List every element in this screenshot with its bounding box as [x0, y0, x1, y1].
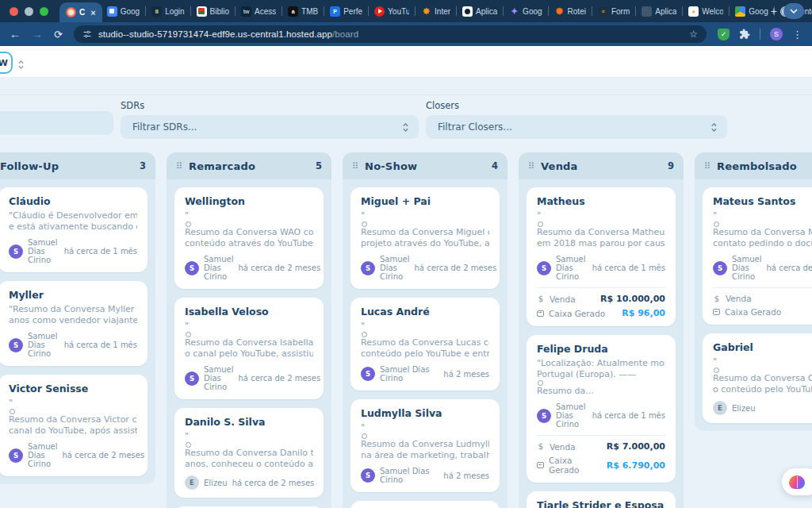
browser-tab[interactable]: ✸Inter [416, 0, 455, 22]
kanban-card[interactable]: Cláudio"Cláudio é Desenvolvedor em uma e… [0, 187, 147, 272]
kanban-card[interactable]: Matheus" Resumo da Conversa Matheus come… [527, 187, 676, 326]
tab-separator [503, 6, 504, 16]
browser-tab[interactable]: aTMB [283, 0, 323, 22]
browser-tab[interactable]: Goog [730, 0, 772, 22]
url-field[interactable]: studio--studio-5719731474-edf9e.us-centr… [74, 25, 707, 43]
window-controls[interactable] [10, 7, 48, 16]
search-input[interactable] [0, 111, 113, 135]
kanban-card[interactable]: Myller"Resumo da Conversa Myller trabalh… [0, 281, 147, 366]
back-button[interactable]: ← [10, 29, 21, 40]
forward-button[interactable]: → [32, 29, 43, 40]
close-window-button[interactable] [10, 7, 18, 16]
avatar: S [9, 448, 23, 463]
owner-name: Samuel Dias Cirino [28, 332, 59, 358]
tab-favicon [197, 6, 207, 17]
column-header[interactable]: ⠿Remarcado5 [167, 152, 331, 179]
kanban-card[interactable]: Lucas André" Resumo da Conversa Lucas co… [350, 298, 500, 391]
card-list: Cláudio"Cláudio é Desenvolvedor em uma e… [0, 179, 155, 484]
site-settings-icon[interactable] [82, 29, 92, 39]
magnifier-icon [10, 409, 15, 414]
minimize-window-button[interactable] [25, 7, 33, 16]
browser-tab[interactable]: YouTu [370, 0, 414, 22]
owner-name: Samuel Dias Cirino [204, 365, 234, 391]
kanban-card[interactable]: Felipe Druda"Localização: Atualmente mor… [527, 335, 676, 483]
browser-tab[interactable]: twAcess [236, 0, 281, 22]
column-header[interactable]: ⠿No-Show4 [343, 152, 508, 179]
tab-favicon [107, 6, 117, 17]
tab-separator [592, 6, 592, 16]
divider [760, 29, 760, 40]
browser-tab[interactable]: ≡Form [593, 0, 634, 22]
browser-tab[interactable]: Aplica [458, 0, 502, 22]
card-summary: " Resumo da Conversa Ludmylla já atuana … [361, 422, 489, 461]
column-header[interactable]: ⠿Venda9 [519, 152, 684, 179]
tab-title: Form [611, 7, 630, 16]
kanban-card[interactable]: Mateus Santos" Resumo da Conversa Mateus… [703, 187, 812, 325]
kanban-card[interactable]: Victor Senisse" Resumo da Conversa Victo… [0, 375, 147, 476]
select-chevron-icon [402, 122, 409, 133]
browser-tab[interactable]: ▲Welco [684, 0, 728, 22]
zoom-window-button[interactable] [40, 7, 48, 16]
kanban-card[interactable]: Ludmylla Silva" Resumo da Conversa Ludmy… [350, 399, 500, 492]
card-list: Miguel + Pai" Resumo da Conversa Miguel … [343, 179, 508, 508]
browser-tab[interactable]: Aplica [637, 0, 681, 22]
tab-search-button[interactable] [783, 3, 804, 19]
extensions-puzzle-icon[interactable] [739, 29, 750, 40]
view-select[interactable]: SW [0, 52, 13, 74]
drag-handle-icon[interactable]: ⠿ [704, 162, 710, 171]
tab-separator [729, 6, 730, 16]
board-column: ⠿Venda9Matheus" Resumo da Conversa Mathe… [519, 152, 684, 508]
magnifier-icon [362, 433, 367, 439]
tab-favicon [374, 6, 385, 17]
kanban-card[interactable]: Isabella Veloso" Resumo da Conversa Isab… [174, 298, 324, 399]
column-header[interactable]: ⠿Reembolsado [695, 152, 812, 179]
sdrs-filter-select[interactable]: Filtrar SDRs... [121, 115, 419, 139]
card-title: Wellington [185, 195, 313, 207]
caixa-gerado-icon [713, 309, 720, 315]
tab-title: Perfe [343, 7, 362, 16]
venda-row: $VendaR$ 10.000,00 [537, 294, 665, 304]
column-count: 4 [492, 160, 498, 171]
profile-avatar[interactable]: S [770, 28, 783, 40]
tab-close-icon[interactable]: × [90, 8, 95, 17]
browser-tab[interactable]: ✺Rotei [550, 0, 591, 22]
venda-row: $VendaR$ 7.000,00 [537, 441, 665, 452]
address-bar-actions: ✓ S ⋮ [718, 28, 802, 40]
venda-value: R$ 7.000,00 [607, 441, 665, 452]
drag-handle-icon[interactable]: ⠿ [176, 162, 182, 171]
card-footer: SSamuel Dias Cirinohá 2 meses [361, 365, 489, 383]
closers-filter-select[interactable]: Filtrar Closers... [426, 115, 727, 139]
browser-tab[interactable]: Goog [102, 0, 144, 22]
page-subbar [0, 78, 812, 95]
adblock-shield-icon[interactable]: ✓ [718, 29, 730, 40]
kanban-card[interactable]: Tiarle Strider e Esposa" Resumo da Conve… [527, 491, 676, 508]
kanban-card[interactable]: Douglas Tavares" Resumo da Conversa Doug… [350, 501, 500, 508]
browser-tab[interactable]: ✦Goog [504, 0, 546, 22]
kanban-card[interactable]: Miguel + Pai" Resumo da Conversa Miguel … [350, 187, 500, 289]
assistant-fab[interactable] [782, 468, 812, 495]
new-tab-button[interactable]: + [771, 5, 777, 17]
browser-tab[interactable]: IILogin [147, 0, 189, 22]
tab-favicon: ✺ [554, 6, 565, 17]
tab-title: TMB [301, 7, 318, 16]
browser-tab[interactable]: Biblio [192, 0, 234, 22]
card-title: Matheus [537, 195, 665, 207]
browser-tab[interactable]: C× [59, 2, 102, 22]
kanban-card[interactable]: Gabriel" Resumo da Conversa Gabrielo con… [703, 333, 812, 423]
bookmark-star-icon[interactable]: ☆ [689, 29, 698, 40]
reload-button[interactable]: ⟳ [54, 29, 63, 40]
kanban-card[interactable]: Wellington" Resumo da Conversa WAO conhe… [174, 187, 324, 289]
browser-menu-icon[interactable]: ⋮ [792, 29, 802, 40]
browser-tab[interactable]: PPerfe [325, 0, 367, 22]
avatar: E [713, 401, 727, 415]
card-footer: SSamuel Dias Cirinohá cerca de 2 meses [185, 255, 313, 281]
venda-value: R$ 10.000,00 [600, 294, 665, 304]
drag-handle-icon[interactable]: ⠿ [352, 162, 358, 171]
drag-handle-icon[interactable]: ⠿ [528, 162, 534, 171]
tab-title: Aplica [476, 7, 497, 16]
tab-title: Goog [749, 7, 768, 16]
column-header[interactable]: Follow-Up3 [0, 152, 155, 179]
kanban-card[interactable]: Danilo S. Silva" Resumo da Conversa Dani… [174, 408, 324, 498]
board-column: ⠿Remarcado5Wellington" Resumo da Convers… [167, 152, 331, 508]
tab-title: Biblio [210, 7, 229, 16]
